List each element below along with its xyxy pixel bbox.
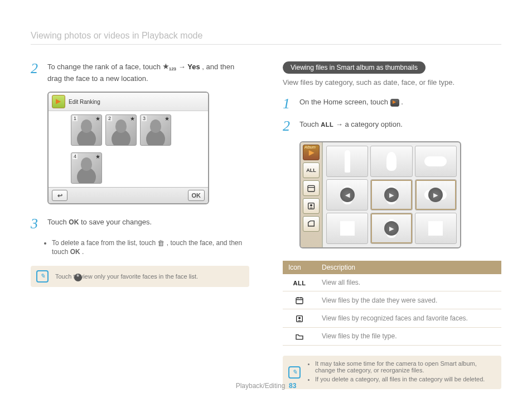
page-footer: Playback/Editing 83 [0, 382, 532, 390]
ok-inline-icon: OK [70, 248, 80, 256]
step2-arrow: → [178, 63, 188, 71]
page-header: Viewing photos or videos in Playback mod… [31, 31, 501, 45]
step-2: 2 To change the rank of a face, touch ★1… [31, 61, 249, 84]
table-row: View files by recognized faces and favor… [283, 309, 501, 327]
svg-point-3 [310, 204, 312, 207]
album-thumb[interactable]: ◀ [326, 179, 368, 210]
face-thumb[interactable]: 1★ [71, 114, 102, 146]
note-box-left: ✎ Touch to view only your favorite faces… [31, 266, 249, 287]
album-thumb[interactable]: ▶ [370, 213, 412, 244]
row-desc: View files by the date they were saved. [316, 291, 501, 309]
folder-icon [283, 327, 316, 345]
sidebar-date-icon[interactable] [303, 180, 320, 196]
album-thumb[interactable]: ▶ [415, 179, 457, 210]
play-overlay-icon: ▶ [384, 221, 399, 236]
section-pill: Viewing files in Smart album as thumbnai… [283, 61, 425, 74]
ok-inline-icon: OK [69, 218, 79, 226]
svg-rect-0 [308, 185, 315, 192]
bullet-a: To delete a face from the list, touch [52, 239, 157, 247]
th-icon: Icon [283, 261, 316, 274]
table-row: ALL View all files. [283, 274, 501, 291]
edit-ranking-screen: Edit Ranking 1★ 2★ 3★ 4★ ↩ OK [47, 92, 209, 204]
step3-text-b: to save your changes. [81, 218, 152, 226]
sidebar-face-icon[interactable] [303, 198, 320, 214]
album-thumb[interactable] [370, 146, 412, 177]
all-icon: ALL [293, 280, 306, 286]
r2-text-b: → a category option. [336, 120, 403, 128]
play-icon [390, 99, 399, 107]
face-thumb[interactable]: 3★ [140, 114, 171, 146]
r1-text-a: On the Home screen, touch [299, 98, 390, 106]
r1-text-b: . [401, 98, 403, 106]
step-number: 2 [31, 61, 44, 84]
table-row: View files by the file type. [283, 327, 501, 345]
yes-label: Yes [187, 63, 200, 71]
album-thumb[interactable]: ▶ [370, 179, 412, 210]
sidebar-all-icon[interactable]: ALL [303, 162, 320, 178]
album-thumb[interactable] [326, 213, 368, 244]
step3-sub: To delete a face from the list, touch 🗑 … [31, 239, 249, 255]
face-box-icon [283, 309, 316, 327]
note-icon: ✎ [36, 270, 49, 283]
footer-section: Playback/Editing [236, 382, 286, 390]
face-thumb[interactable]: 2★ [105, 114, 137, 146]
step-number: 1 [283, 97, 296, 111]
back-button[interactable]: ↩ [52, 190, 67, 201]
rank-icon: ★123 [163, 63, 176, 70]
table-row: View files by the date they were saved. [283, 291, 501, 309]
all-inline-icon: ALL [321, 121, 333, 128]
play-overlay-icon: ◀ [340, 188, 355, 202]
step-3: 3 Touch OK to save your changes. [31, 217, 249, 231]
album-thumb[interactable] [415, 146, 457, 177]
ok-button[interactable]: OK [188, 190, 205, 201]
th-desc: Description [316, 261, 501, 274]
star-off-icon [74, 274, 82, 281]
row-desc: View files by the file type. [316, 327, 501, 345]
note-li-1: It may take some time for the camera to … [315, 360, 496, 374]
svg-point-9 [298, 317, 301, 319]
icon-table: Icon Description ALL View all files. Vie… [283, 261, 501, 346]
album-thumb[interactable] [415, 213, 457, 244]
footer-page: 83 [289, 382, 296, 390]
album-thumb[interactable] [326, 146, 368, 177]
r-step-2: 2 Touch ALL → a category option. [283, 119, 501, 133]
step-number: 3 [31, 217, 44, 231]
row-desc: View all files. [316, 274, 501, 291]
screen-title: Edit Ranking [69, 99, 100, 105]
step-number: 2 [283, 119, 296, 133]
sidebar-type-icon[interactable] [303, 216, 320, 232]
note-icon: ✎ [288, 366, 301, 379]
smart-album-screen: Album ALL ◀ ▶ ▶ ▶ [299, 141, 461, 248]
r-step-1: 1 On the Home screen, touch . [283, 97, 501, 111]
calendar-icon [283, 291, 316, 309]
left-column: 2 To change the rank of a face, touch ★1… [31, 61, 249, 389]
r2-text-a: Touch [299, 120, 321, 128]
right-column: Viewing files in Smart album as thumbnai… [283, 61, 501, 389]
intro-text: View files by category, such as date, fa… [283, 78, 501, 87]
row-desc: View files by recognized faces and favor… [316, 309, 501, 327]
trash-icon: 🗑 [157, 240, 165, 248]
step2-text-a: To change the rank of a face, touch [47, 63, 163, 71]
app-icon [52, 95, 65, 108]
play-overlay-icon: ▶ [384, 188, 399, 202]
sidebar-album-icon[interactable]: Album [303, 145, 320, 160]
step3-text-a: Touch [47, 218, 69, 226]
bullet-c: . [82, 248, 84, 256]
face-thumb[interactable]: 4★ [71, 152, 102, 184]
play-overlay-icon: ▶ [428, 188, 443, 202]
svg-rect-4 [296, 298, 303, 304]
